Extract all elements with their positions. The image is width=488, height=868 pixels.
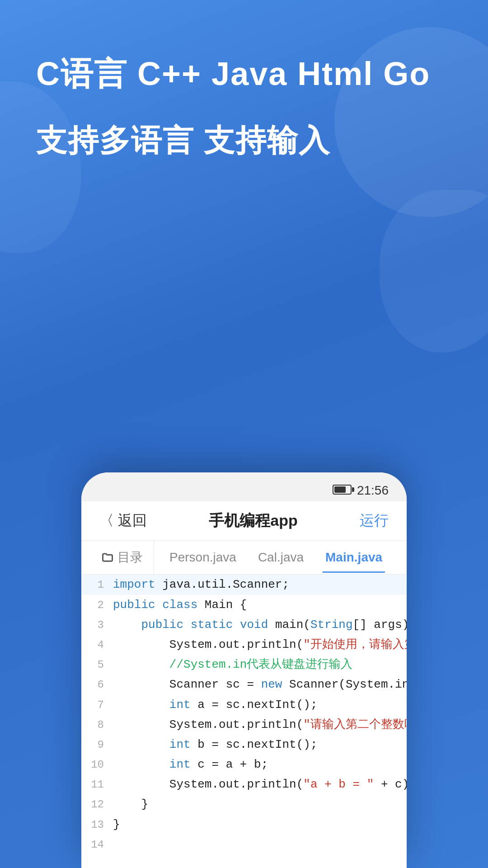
table-row: 2 public class Main {: [81, 595, 407, 615]
table-row: 5 //System.in代表从键盘进行输入: [81, 655, 407, 675]
tab-bar: 目录 Person.java Cal.java Main.java: [81, 541, 407, 575]
line-num-9: 9: [86, 735, 113, 755]
line-content-6: Scanner sc = new Scanner(System.in);: [113, 675, 407, 694]
table-row: 3 public static void main(String[] args)…: [81, 615, 407, 635]
line-num-2: 2: [86, 595, 113, 615]
line-num-3: 3: [86, 615, 113, 635]
line-content-1: import java.util.Scanner;: [113, 575, 402, 594]
battery-icon-display: [333, 483, 352, 498]
tab-main-java[interactable]: Main.java: [314, 542, 393, 573]
line-content-13: }: [113, 815, 402, 835]
table-row: 1 import java.util.Scanner;: [81, 575, 407, 594]
tab-cal-java[interactable]: Cal.java: [247, 542, 314, 573]
table-row: 6 Scanner sc = new Scanner(System.in);: [81, 675, 407, 694]
table-row: 12 }: [81, 794, 407, 814]
line-num-14: 14: [86, 835, 113, 854]
line-num-5: 5: [86, 655, 113, 675]
table-row: 10 int c = a + b;: [81, 755, 407, 774]
folder-icon: [101, 551, 114, 564]
line-num-4: 4: [86, 635, 113, 655]
line-content-7: int a = sc.nextInt();: [113, 695, 402, 715]
table-row: 8 System.out.println("请输入第二个整数吧。");: [81, 715, 407, 735]
phone-mockup-container: 21:56 〈 返回 手机编程app 运行 目录 Perso: [81, 472, 407, 868]
app-header: 〈 返回 手机编程app 运行: [81, 501, 407, 541]
table-row: 4 System.out.println("开始使用，请输入第一个整数吧。");: [81, 635, 407, 655]
line-content-3: public static void main(String[] args){: [113, 615, 407, 635]
content-wrapper: C语言 C++ Java Html Go 支持多语言 支持输入 21:56 〈 …: [0, 0, 488, 868]
line-num-1: 1: [86, 575, 113, 594]
line-content-9: int b = sc.nextInt();: [113, 735, 402, 755]
code-editor[interactable]: 1 import java.util.Scanner; 2 public cla…: [81, 575, 407, 868]
back-button[interactable]: 〈 返回: [99, 511, 147, 531]
headline-subtitle: 支持多语言 支持输入: [36, 120, 452, 160]
tab-directory[interactable]: 目录: [90, 541, 154, 574]
table-row: 9 int b = sc.nextInt();: [81, 735, 407, 755]
tab-label-main: Main.java: [325, 550, 382, 564]
app-title: 手机编程app: [209, 510, 297, 531]
tab-label-cal: Cal.java: [258, 550, 304, 564]
status-time: 21:56: [357, 483, 389, 498]
line-num-8: 8: [86, 715, 113, 735]
line-num-13: 13: [86, 815, 113, 835]
table-row: 11 System.out.println("a + b = " + c);: [81, 774, 407, 794]
tab-label-person: Person.java: [169, 550, 236, 564]
line-content-11: System.out.println("a + b = " + c);: [113, 774, 407, 794]
line-content-12: }: [113, 794, 402, 814]
tab-person-java[interactable]: Person.java: [159, 542, 247, 573]
table-row: 13 }: [81, 815, 407, 835]
battery-icon: [333, 485, 352, 495]
line-content-8: System.out.println("请输入第二个整数吧。");: [113, 715, 407, 735]
line-content-14: [113, 835, 402, 854]
line-num-6: 6: [86, 675, 113, 694]
back-label: 〈 返回: [99, 511, 147, 531]
line-num-12: 12: [86, 794, 113, 814]
line-num-7: 7: [86, 695, 113, 715]
headline-languages: C语言 C++ Java Html Go: [36, 54, 452, 93]
phone-status-bar: 21:56: [81, 472, 407, 501]
line-content-4: System.out.println("开始使用，请输入第一个整数吧。");: [113, 635, 407, 655]
phone-mockup: 21:56 〈 返回 手机编程app 运行 目录 Perso: [81, 472, 407, 868]
run-button[interactable]: 运行: [360, 511, 389, 531]
line-num-10: 10: [86, 755, 113, 774]
line-content-5: //System.in代表从键盘进行输入: [113, 655, 402, 675]
line-num-11: 11: [86, 774, 113, 794]
line-content-2: public class Main {: [113, 595, 402, 615]
table-row: 14: [81, 835, 407, 868]
table-row: 7 int a = sc.nextInt();: [81, 695, 407, 715]
directory-label: 目录: [117, 549, 143, 566]
headline-section: C语言 C++ Java Html Go 支持多语言 支持输入: [0, 0, 488, 160]
line-content-10: int c = a + b;: [113, 755, 402, 774]
battery-fill: [334, 486, 346, 493]
